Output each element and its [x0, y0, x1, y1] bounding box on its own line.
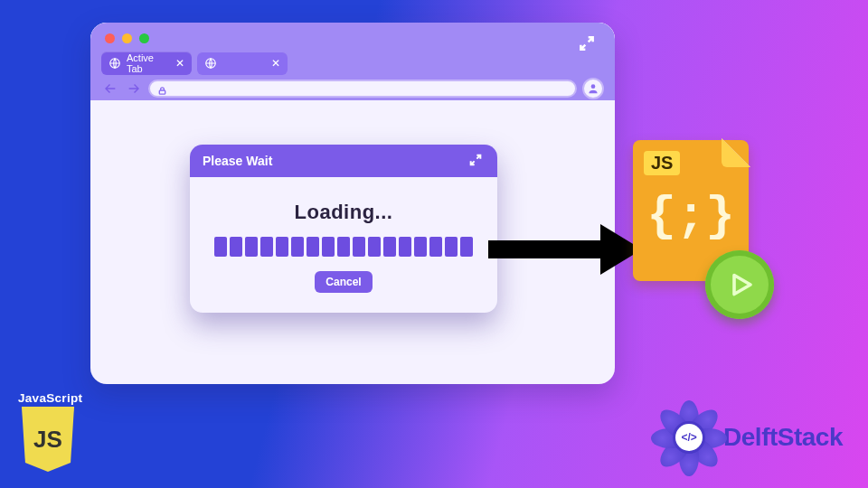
js-file-graphic: JS {;} [633, 140, 750, 294]
expand-icon[interactable] [575, 32, 599, 55]
dialog-body: Loading... Cancel [190, 177, 497, 313]
svg-point-3 [591, 84, 596, 89]
close-icon[interactable]: ✕ [271, 57, 280, 70]
javascript-logo: JavaScript JS [18, 391, 94, 472]
delftstack-logo: </> DelftStack [660, 408, 843, 466]
loading-label: Loading... [208, 201, 479, 224]
browser-toolbar [101, 79, 604, 99]
browser-window: Active Tab ✕ ✕ [90, 23, 615, 384]
browser-chrome: Active Tab ✕ ✕ [90, 23, 615, 100]
play-icon[interactable] [705, 250, 774, 319]
loading-dialog: Please Wait Loading... Cancel [190, 145, 497, 313]
code-glyph: {;} [633, 192, 749, 241]
url-bar[interactable] [148, 80, 577, 98]
dialog-titlebar: Please Wait [190, 145, 497, 177]
tab-secondary[interactable]: ✕ [197, 52, 288, 75]
globe-icon [204, 57, 217, 70]
maximize-window-icon[interactable] [139, 33, 149, 43]
delftstack-brand-label: DelftStack [723, 423, 843, 452]
user-icon[interactable] [582, 78, 604, 99]
forward-arrow-icon[interactable] [125, 80, 143, 97]
close-icon[interactable]: ✕ [175, 57, 184, 70]
lock-icon [157, 83, 168, 94]
svg-rect-2 [159, 90, 165, 94]
tab-label: Active Tab [127, 52, 170, 74]
progress-bar [208, 237, 479, 257]
code-icon: </> [675, 424, 703, 451]
dialog-title: Please Wait [203, 154, 272, 168]
traffic-lights [105, 33, 149, 43]
tab-row: Active Tab ✕ ✕ [101, 52, 288, 75]
javascript-logo-label: JavaScript [18, 391, 94, 405]
right-arrow-icon [488, 224, 642, 275]
svg-rect-4 [488, 240, 604, 258]
minimize-window-icon[interactable] [122, 33, 132, 43]
close-window-icon[interactable] [105, 33, 115, 43]
js-badge: JS [644, 151, 680, 175]
expand-icon[interactable] [468, 153, 485, 169]
mandala-icon: </> [660, 408, 718, 466]
cancel-button[interactable]: Cancel [315, 271, 372, 293]
page-fold-icon [722, 138, 750, 167]
javascript-shield-icon: JS [18, 407, 78, 472]
tab-active[interactable]: Active Tab ✕ [101, 52, 192, 75]
back-arrow-icon[interactable] [101, 80, 119, 97]
globe-icon [108, 57, 121, 70]
